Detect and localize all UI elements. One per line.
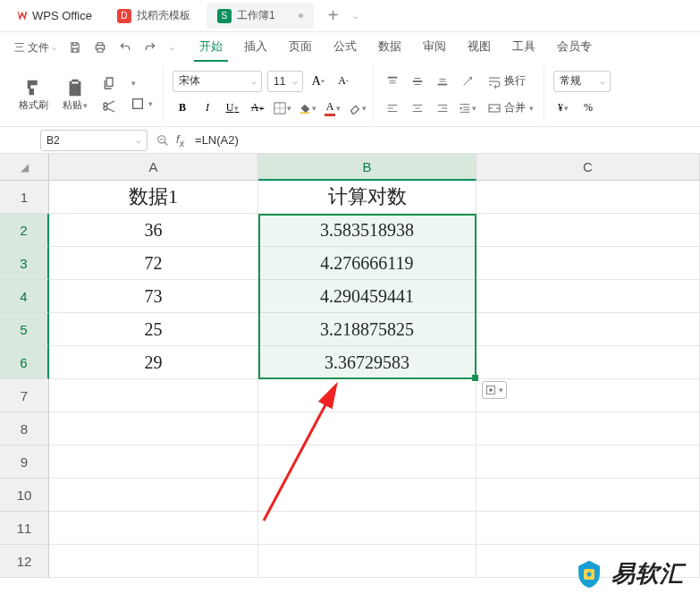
cell-A3[interactable]: 72: [49, 247, 258, 280]
currency-button[interactable]: ¥▾: [553, 98, 573, 118]
cell-B11[interactable]: [258, 512, 477, 545]
align-top-button[interactable]: [383, 72, 402, 91]
fill-color-button[interactable]: ▾: [298, 98, 317, 118]
cell-B6[interactable]: 3.36729583: [258, 346, 477, 379]
copy-button[interactable]: [97, 73, 121, 93]
cell-A8[interactable]: [49, 412, 258, 445]
border-button[interactable]: ▾: [273, 98, 292, 118]
cell-A4[interactable]: 73: [49, 280, 258, 313]
bold-button[interactable]: B: [173, 98, 192, 118]
percent-button[interactable]: %: [578, 98, 598, 118]
cell-B7[interactable]: [258, 379, 477, 412]
ribbon-tab-tools[interactable]: 工具: [507, 33, 541, 62]
align-center-button[interactable]: [408, 98, 427, 118]
cell-C7[interactable]: [477, 379, 700, 412]
row-header-11[interactable]: 11: [0, 512, 49, 545]
merge-button[interactable]: 合并▾: [483, 98, 538, 118]
underline-button[interactable]: U▾: [223, 98, 242, 118]
cell-A5[interactable]: 25: [49, 313, 258, 346]
ribbon-tab-insert[interactable]: 插入: [239, 33, 273, 62]
cell-C4[interactable]: [477, 280, 700, 313]
row-header-3[interactable]: 3: [0, 247, 49, 280]
cell-B1[interactable]: 计算对数: [258, 181, 477, 214]
ribbon-tab-member[interactable]: 会员专: [552, 33, 597, 62]
row-header-6[interactable]: 6: [0, 346, 49, 379]
cell-A12[interactable]: [49, 545, 258, 578]
font-color-button[interactable]: A▾: [323, 98, 342, 118]
row-header-10[interactable]: 10: [0, 479, 49, 512]
cell-A6[interactable]: 29: [49, 346, 258, 379]
paste-button[interactable]: 粘贴▾: [58, 75, 92, 114]
cell-C6[interactable]: [477, 346, 700, 379]
cell-B2[interactable]: 3.583518938: [258, 214, 477, 247]
select-all-corner[interactable]: ◢: [0, 154, 49, 181]
cell-A9[interactable]: [49, 445, 258, 479]
row-header-12[interactable]: 12: [0, 545, 49, 578]
tab-menu[interactable]: ⌵: [347, 8, 363, 24]
qa-save-icon[interactable]: [63, 38, 87, 57]
cell-B10[interactable]: [258, 479, 477, 512]
cell-C3[interactable]: [477, 247, 700, 280]
cell-A10[interactable]: [49, 479, 258, 512]
font-size-select[interactable]: 11: [267, 71, 303, 92]
ribbon-tab-data[interactable]: 数据: [373, 33, 407, 62]
autofill-options-button[interactable]: ▾: [482, 381, 507, 399]
cell-A11[interactable]: [49, 512, 258, 545]
indent-button[interactable]: ▾: [458, 98, 477, 118]
qa-print-icon[interactable]: [89, 38, 112, 57]
align-left-button[interactable]: [383, 98, 402, 118]
column-header-B[interactable]: B: [258, 154, 477, 181]
align-middle-button[interactable]: [408, 72, 427, 91]
cell-B9[interactable]: [258, 445, 477, 479]
align-right-button[interactable]: [433, 98, 452, 118]
column-header-A[interactable]: A: [49, 154, 258, 181]
font-name-select[interactable]: 宋体: [173, 71, 262, 92]
cell-B8[interactable]: [258, 412, 477, 445]
fx-icon[interactable]: fx: [176, 132, 184, 148]
row-header-8[interactable]: 8: [0, 412, 49, 445]
cell-C1[interactable]: [477, 181, 700, 214]
row-header-4[interactable]: 4: [0, 280, 49, 313]
cell-C9[interactable]: [477, 445, 700, 479]
zoom-out-icon[interactable]: [156, 134, 169, 147]
clipboard-more[interactable]: ▾: [126, 76, 157, 90]
ribbon-tab-start[interactable]: 开始: [194, 33, 228, 62]
row-header-1[interactable]: 1: [0, 181, 49, 214]
cell-A2[interactable]: 36: [49, 214, 258, 247]
qa-undo-icon[interactable]: [114, 38, 137, 57]
name-box[interactable]: B2: [40, 130, 148, 151]
cell-C10[interactable]: [477, 479, 700, 512]
orientation-button[interactable]: [458, 72, 477, 91]
row-header-9[interactable]: 9: [0, 445, 49, 479]
tab-template[interactable]: D 找稻壳模板: [106, 3, 201, 29]
cell-B3[interactable]: 4.276666119: [258, 247, 477, 280]
row-header-5[interactable]: 5: [0, 313, 49, 346]
new-tab-button[interactable]: +: [323, 5, 344, 26]
shape-button[interactable]: ▾: [126, 94, 157, 114]
wrap-text-button[interactable]: 换行: [483, 71, 530, 91]
cell-C11[interactable]: [477, 512, 700, 545]
cell-A7[interactable]: [49, 379, 258, 412]
clear-format-button[interactable]: ▾: [348, 98, 367, 118]
file-menu[interactable]: 三 文件⌵: [9, 37, 62, 59]
column-header-C[interactable]: C: [477, 154, 700, 181]
tab-workbook[interactable]: S 工作簿1: [207, 3, 314, 29]
ribbon-tab-page[interactable]: 页面: [283, 33, 317, 62]
cut-button[interactable]: [97, 97, 121, 116]
grow-font-button[interactable]: A+: [308, 72, 328, 91]
cell-B12[interactable]: [258, 545, 477, 578]
cell-C2[interactable]: [477, 214, 700, 247]
ribbon-tab-review[interactable]: 审阅: [417, 33, 451, 62]
cell-B5[interactable]: 3.218875825: [258, 313, 477, 346]
italic-button[interactable]: I: [198, 98, 217, 118]
qa-more[interactable]: ⌵: [164, 39, 180, 55]
formula-input[interactable]: [191, 131, 691, 149]
cell-C8[interactable]: [477, 412, 700, 445]
cell-C5[interactable]: [477, 313, 700, 346]
number-format-select[interactable]: 常规: [553, 71, 611, 92]
ribbon-tab-formula[interactable]: 公式: [328, 33, 362, 62]
ribbon-tab-view[interactable]: 视图: [462, 33, 496, 62]
align-bottom-button[interactable]: [433, 72, 452, 91]
row-header-2[interactable]: 2: [0, 214, 49, 247]
cell-B4[interactable]: 4.290459441: [258, 280, 477, 313]
